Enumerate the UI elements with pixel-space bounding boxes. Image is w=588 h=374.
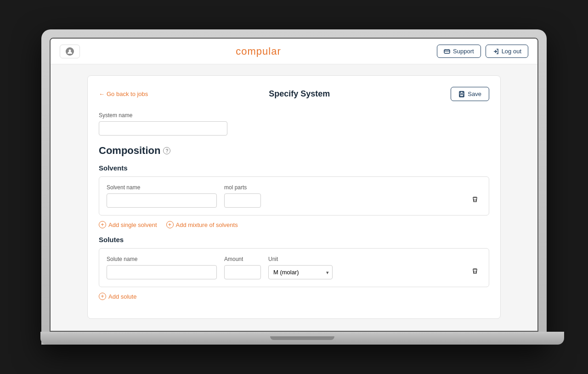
- user-button[interactable]: [60, 45, 80, 58]
- add-solute-links-row: + Add solute: [99, 293, 489, 300]
- delete-solute-button[interactable]: [469, 265, 481, 279]
- brand-logo: compular: [236, 45, 281, 57]
- nav-left: [60, 45, 80, 58]
- nav-right: Support Log out: [437, 45, 528, 58]
- laptop-notch: [270, 336, 334, 340]
- user-avatar-icon: [66, 47, 74, 56]
- main-content: ← Go back to jobs Specify System Save: [51, 64, 537, 331]
- solvents-title: Solvents: [99, 164, 489, 172]
- back-to-jobs-link[interactable]: ← Go back to jobs: [99, 91, 148, 97]
- solute-row: Solute name Amount Unit M (molar): [107, 256, 481, 279]
- solvent-row: Solvent name mol parts: [107, 184, 481, 208]
- support-button[interactable]: Support: [437, 45, 481, 58]
- content-card: ← Go back to jobs Specify System Save: [87, 75, 501, 319]
- logout-button[interactable]: Log out: [486, 45, 528, 58]
- solute-name-input[interactable]: [107, 265, 217, 279]
- solvent-name-label: Solvent name: [107, 184, 217, 191]
- add-solute-plus-icon: +: [99, 293, 106, 300]
- amount-label: Amount: [224, 256, 261, 262]
- add-solute-label: Add solute: [108, 293, 136, 300]
- amount-field: Amount: [224, 256, 261, 279]
- unit-select-wrapper: M (molar) mM (millimolar) mol% g/L: [268, 265, 333, 279]
- add-mixture-solvents-button[interactable]: + Add mixture of solvents: [166, 221, 238, 228]
- add-solvent-links-row: + Add single solvent + Add mixture of so…: [99, 221, 489, 228]
- add-mixture-plus-icon: +: [166, 221, 174, 228]
- add-single-solvent-label: Add single solvent: [108, 221, 157, 228]
- amount-input[interactable]: [224, 265, 261, 279]
- svg-rect-4: [460, 95, 464, 96]
- svg-point-0: [69, 49, 71, 51]
- save-button[interactable]: Save: [451, 87, 489, 101]
- solutes-box: Solute name Amount Unit M (molar): [99, 248, 489, 287]
- unit-label: Unit: [268, 256, 333, 262]
- system-name-label: System name: [99, 112, 489, 119]
- support-label: Support: [453, 48, 474, 55]
- back-label: Go back to jobs: [107, 91, 148, 97]
- solvents-box: Solvent name mol parts: [99, 176, 489, 215]
- card-header: ← Go back to jobs Specify System Save: [99, 87, 489, 101]
- solutes-title: Solutes: [99, 236, 489, 244]
- svg-rect-3: [460, 91, 463, 93]
- add-solute-button[interactable]: + Add solute: [99, 293, 136, 300]
- top-navigation: compular Support Log out: [51, 39, 537, 64]
- svg-rect-1: [444, 50, 450, 53]
- back-arrow-icon: ←: [99, 91, 105, 97]
- add-single-solvent-button[interactable]: + Add single solvent: [99, 221, 157, 228]
- solute-name-field: Solute name: [107, 256, 217, 279]
- unit-select[interactable]: M (molar) mM (millimolar) mol% g/L: [268, 265, 333, 279]
- unit-field: Unit M (molar) mM (millimolar) mol% g/L: [268, 256, 333, 279]
- solvent-name-field: Solvent name: [107, 184, 217, 208]
- mol-parts-input[interactable]: [224, 193, 261, 208]
- solvent-name-input[interactable]: [107, 193, 217, 208]
- add-mixture-solvents-label: Add mixture of solvents: [176, 221, 238, 228]
- delete-solvent-button[interactable]: [469, 193, 481, 208]
- system-name-input[interactable]: [99, 121, 227, 136]
- composition-help-icon[interactable]: ?: [163, 147, 170, 154]
- system-name-group: System name: [99, 112, 489, 136]
- page-title: Specify System: [269, 89, 330, 99]
- logout-label: Log out: [502, 48, 521, 55]
- save-label: Save: [468, 91, 481, 97]
- mol-parts-field: mol parts: [224, 184, 261, 208]
- solute-name-label: Solute name: [107, 256, 217, 262]
- composition-section-title: Composition ?: [99, 145, 489, 157]
- add-single-plus-icon: +: [99, 221, 106, 228]
- mol-parts-label: mol parts: [224, 184, 261, 191]
